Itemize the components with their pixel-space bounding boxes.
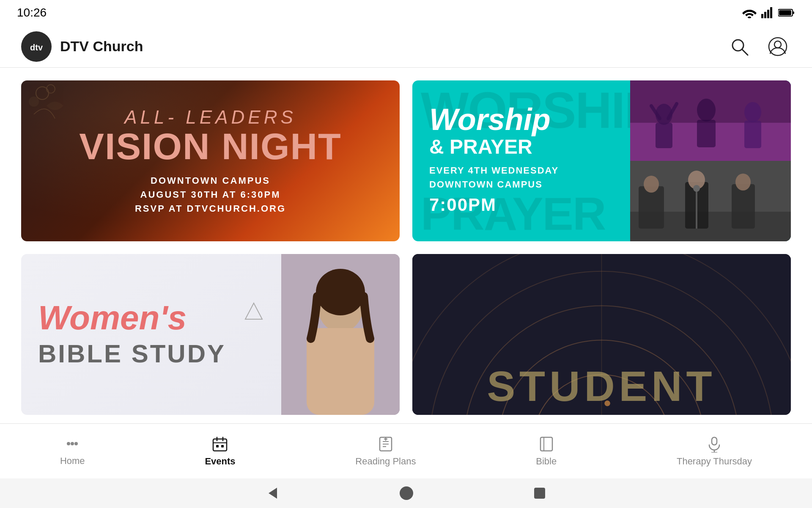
svg-rect-51 bbox=[213, 439, 227, 451]
app-logo: dtv bbox=[21, 31, 52, 62]
vision-detail-2: AUGUST 30TH AT 6:30PM bbox=[79, 188, 342, 202]
svg-marker-35 bbox=[245, 303, 262, 319]
worship-detail-2: DOWNTOWN CAMPUS bbox=[429, 177, 613, 191]
audience-illustration bbox=[630, 80, 791, 161]
svg-rect-3 bbox=[770, 7, 772, 18]
svg-point-39 bbox=[316, 269, 365, 315]
womens-text: Women's BIBLE STUDY bbox=[21, 288, 281, 381]
worship-script-title: Worship bbox=[429, 104, 613, 135]
svg-rect-55 bbox=[216, 445, 219, 447]
worship-info: Worship & PRAYER EVERY 4TH WEDNESDAY DOW… bbox=[412, 91, 630, 231]
nav-events[interactable]: Events bbox=[188, 431, 252, 471]
logo-icon: dtv bbox=[26, 36, 47, 57]
header-right bbox=[727, 33, 791, 60]
svg-point-23 bbox=[744, 102, 761, 122]
worship-photo-audience bbox=[630, 80, 791, 161]
status-time: 10:26 bbox=[17, 6, 47, 19]
card-vision-night[interactable]: ALL- LEADERS VISION NIGHT DOWNTOWN CAMPU… bbox=[21, 80, 400, 241]
nav-reading-plans-label: Reading Plans bbox=[355, 456, 416, 467]
svg-point-11 bbox=[774, 41, 781, 48]
app-title: DTV Church bbox=[60, 38, 143, 55]
bible-icon bbox=[538, 436, 555, 453]
womens-script-title: Women's bbox=[38, 301, 264, 335]
svg-rect-6 bbox=[779, 10, 791, 15]
svg-rect-56 bbox=[221, 445, 224, 447]
wifi-icon bbox=[742, 7, 757, 18]
search-button[interactable] bbox=[727, 34, 752, 59]
nav-bible[interactable]: Bible bbox=[519, 431, 573, 471]
nav-therapy-thursday-label: Therapy Thursday bbox=[677, 456, 752, 467]
svg-point-21 bbox=[697, 99, 716, 121]
svg-rect-24 bbox=[744, 121, 761, 148]
svg-point-34 bbox=[693, 185, 700, 192]
mic-icon bbox=[706, 436, 723, 453]
events-icon bbox=[211, 436, 228, 453]
header-left: dtv DTV Church bbox=[21, 31, 143, 62]
svg-rect-22 bbox=[697, 120, 716, 147]
back-button[interactable] bbox=[265, 486, 280, 501]
card-worship-prayer[interactable]: WORSHIP PRAYER Worship & PRAYER EVERY 4T… bbox=[412, 80, 791, 241]
content-area: ALL- LEADERS VISION NIGHT DOWNTOWN CAMPU… bbox=[0, 68, 812, 423]
womens-bold-text: BIBLE STUDY bbox=[38, 339, 264, 368]
worship-details: EVERY 4TH WEDNESDAY DOWNTOWN CAMPUS 7:00… bbox=[429, 163, 613, 218]
svg-line-9 bbox=[742, 50, 748, 55]
svg-text:dtv: dtv bbox=[30, 43, 43, 52]
status-icons bbox=[742, 7, 795, 18]
system-nav-bar bbox=[0, 478, 812, 508]
vision-detail-3: RSVP AT DTVCHURCH.ORG bbox=[79, 202, 342, 215]
nav-home-label: Home bbox=[60, 456, 85, 467]
recents-icon bbox=[532, 486, 547, 500]
nav-events-label: Events bbox=[205, 456, 235, 467]
card-student[interactable]: STUDENT bbox=[412, 254, 791, 415]
profile-icon bbox=[768, 37, 787, 56]
svg-rect-0 bbox=[761, 14, 763, 18]
worship-photo-band bbox=[630, 161, 791, 241]
nav-therapy-thursday[interactable]: Therapy Thursday bbox=[660, 431, 769, 471]
home-nav-icon bbox=[399, 486, 414, 501]
home-button[interactable] bbox=[399, 486, 414, 501]
battery-icon bbox=[778, 8, 795, 17]
worship-subtitle: & PRAYER bbox=[429, 137, 613, 157]
svg-point-69 bbox=[400, 486, 413, 500]
back-icon bbox=[265, 486, 280, 501]
vision-details: DOWNTOWN CAMPUS AUGUST 30TH AT 6:30PM RS… bbox=[79, 174, 342, 215]
svg-point-50 bbox=[74, 442, 78, 445]
card-womens-bible-study[interactable]: Women's BIBLE STUDY bbox=[21, 254, 400, 415]
vision-top-text: ALL- LEADERS bbox=[79, 107, 342, 128]
worship-detail-1: EVERY 4TH WEDNESDAY bbox=[429, 163, 613, 177]
nav-bible-label: Bible bbox=[536, 456, 557, 467]
home-icon bbox=[64, 436, 80, 452]
svg-marker-68 bbox=[269, 488, 277, 499]
svg-point-49 bbox=[71, 442, 74, 445]
nav-reading-plans[interactable]: Reading Plans bbox=[338, 431, 433, 471]
worship-photos bbox=[630, 80, 791, 241]
vision-main-text: VISION NIGHT bbox=[79, 128, 342, 165]
signal-icon bbox=[761, 7, 774, 18]
status-bar: 10:26 bbox=[0, 0, 812, 25]
svg-point-10 bbox=[769, 38, 787, 55]
band-illustration bbox=[630, 161, 791, 241]
svg-point-48 bbox=[67, 442, 70, 445]
recents-button[interactable] bbox=[532, 486, 547, 500]
svg-rect-2 bbox=[767, 10, 769, 18]
womens-photo bbox=[281, 254, 400, 415]
svg-rect-31 bbox=[732, 184, 755, 229]
svg-rect-38 bbox=[307, 328, 374, 415]
svg-point-14 bbox=[29, 97, 39, 107]
search-icon bbox=[730, 37, 749, 56]
womens-person-illustration bbox=[281, 254, 400, 415]
cards-grid: ALL- LEADERS VISION NIGHT DOWNTOWN CAMPU… bbox=[21, 80, 791, 415]
svg-point-32 bbox=[735, 174, 751, 190]
reading-plans-icon bbox=[377, 436, 394, 453]
svg-point-28 bbox=[644, 176, 659, 193]
vision-detail-1: DOWNTOWN CAMPUS bbox=[79, 174, 342, 188]
profile-button[interactable] bbox=[765, 33, 791, 60]
svg-rect-18 bbox=[656, 123, 672, 148]
svg-point-13 bbox=[47, 85, 55, 93]
student-text: STUDENT bbox=[412, 362, 791, 411]
svg-rect-63 bbox=[540, 437, 552, 451]
svg-rect-5 bbox=[793, 11, 794, 14]
nav-home[interactable]: Home bbox=[43, 432, 102, 471]
worship-time: 7:00PM bbox=[429, 191, 613, 218]
header: dtv DTV Church bbox=[0, 25, 812, 68]
